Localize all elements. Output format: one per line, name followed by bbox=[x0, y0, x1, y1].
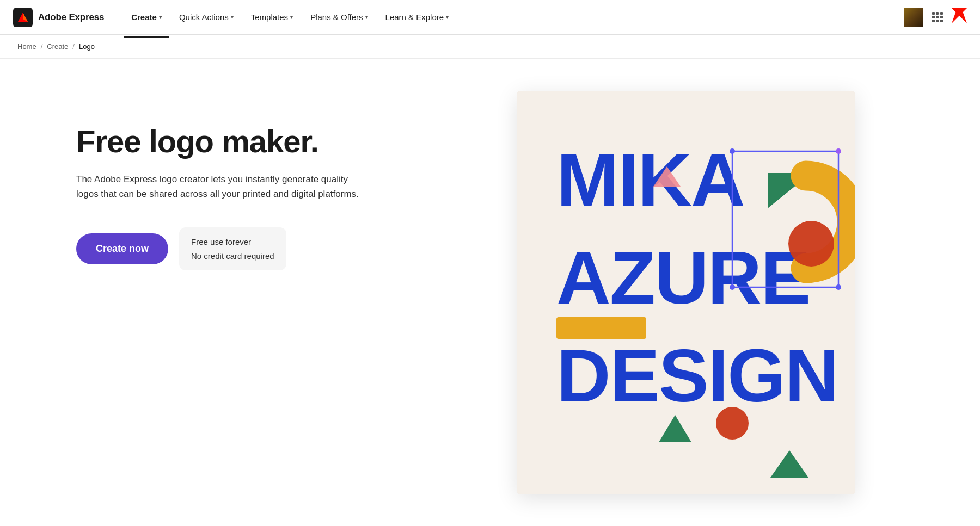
brand-icon bbox=[13, 8, 33, 27]
chevron-down-icon: ▾ bbox=[159, 14, 162, 20]
avatar[interactable] bbox=[904, 8, 923, 27]
hero-right: MIKA AZURE DESIGN bbox=[414, 59, 980, 526]
svg-text:MIKA: MIKA bbox=[556, 138, 744, 221]
main-content: Free logo maker. The Adobe Express logo … bbox=[0, 59, 980, 526]
apps-grid-icon[interactable] bbox=[932, 12, 943, 23]
breadcrumb-create[interactable]: Create bbox=[47, 42, 68, 51]
chevron-down-icon: ▾ bbox=[446, 14, 449, 20]
breadcrumb: Home / Create / Logo bbox=[0, 35, 980, 59]
breadcrumb-current: Logo bbox=[79, 42, 95, 51]
svg-point-13 bbox=[716, 407, 749, 440]
nav-item-templates[interactable]: Templates ▾ bbox=[243, 8, 301, 26]
chevron-down-icon: ▾ bbox=[365, 14, 368, 20]
hero-actions: Create now Free use forever No credit ca… bbox=[76, 227, 370, 270]
nav-item-quick-actions[interactable]: Quick Actions ▾ bbox=[171, 8, 241, 26]
svg-point-10 bbox=[788, 221, 834, 267]
free-note-line2: No credit card required bbox=[191, 249, 274, 263]
hero-description: The Adobe Express logo creator lets you … bbox=[76, 172, 359, 201]
svg-point-19 bbox=[836, 284, 841, 290]
svg-text:AZURE: AZURE bbox=[556, 236, 810, 319]
navbar: Adobe Express Create ▾ Quick Actions ▾ T… bbox=[0, 0, 980, 35]
svg-rect-11 bbox=[556, 317, 646, 339]
brand-name: Adobe Express bbox=[38, 12, 104, 23]
adobe-logo-icon[interactable] bbox=[952, 8, 967, 27]
breadcrumb-separator: / bbox=[41, 42, 43, 51]
nav-right bbox=[904, 8, 967, 27]
breadcrumb-home[interactable]: Home bbox=[17, 42, 36, 51]
free-note: Free use forever No credit card required bbox=[179, 227, 286, 270]
nav-item-plans[interactable]: Plans & Offers ▾ bbox=[303, 8, 375, 26]
create-now-button[interactable]: Create now bbox=[76, 233, 168, 264]
logo-artwork: MIKA AZURE DESIGN bbox=[517, 91, 855, 494]
hero-title: Free logo maker. bbox=[76, 124, 370, 159]
svg-point-16 bbox=[730, 148, 735, 154]
brand-link[interactable]: Adobe Express bbox=[13, 8, 104, 27]
nav-items: Create ▾ Quick Actions ▾ Templates ▾ Pla… bbox=[124, 8, 904, 26]
svg-point-18 bbox=[730, 284, 735, 290]
canvas-preview: MIKA AZURE DESIGN bbox=[517, 91, 855, 494]
nav-item-learn[interactable]: Learn & Explore ▾ bbox=[378, 8, 457, 26]
nav-item-create[interactable]: Create ▾ bbox=[124, 8, 169, 26]
canvas-inner: MIKA AZURE DESIGN bbox=[517, 91, 855, 494]
svg-text:DESIGN: DESIGN bbox=[556, 333, 838, 417]
chevron-down-icon: ▾ bbox=[231, 14, 234, 20]
free-note-line1: Free use forever bbox=[191, 235, 274, 249]
svg-point-17 bbox=[836, 148, 841, 154]
breadcrumb-separator-2: / bbox=[72, 42, 75, 51]
hero-left: Free logo maker. The Adobe Express logo … bbox=[0, 59, 414, 314]
chevron-down-icon: ▾ bbox=[290, 14, 293, 20]
